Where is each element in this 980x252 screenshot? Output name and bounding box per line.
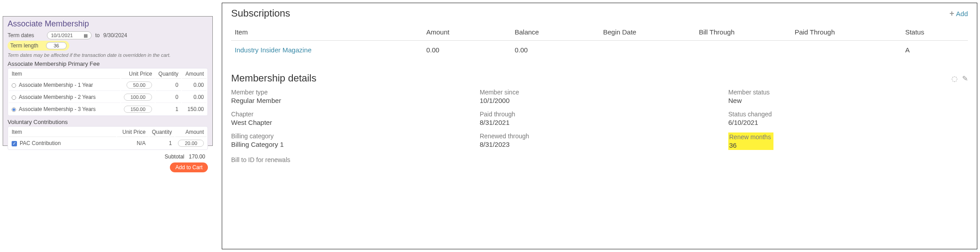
- fee-item-label: Associate Membership - 1 Year: [19, 82, 93, 88]
- subtotal-value: 170.00: [189, 154, 205, 160]
- primary-fee-label: Associate Membership Primary Fee: [8, 60, 208, 67]
- fee-unit-price-input[interactable]: 150.00: [124, 106, 152, 113]
- term-length-input[interactable]: 36: [46, 42, 67, 49]
- fee-col-unit-price: Unit Price: [121, 69, 155, 79]
- add-subscription-link[interactable]: + Add: [950, 9, 968, 18]
- subscription-row: Industry Insider Magazine 0.00 0.00 A: [231, 41, 968, 60]
- renew-months-value: 36: [729, 141, 771, 149]
- fee-radio[interactable]: [12, 95, 16, 100]
- edit-icon[interactable]: [962, 74, 968, 83]
- panel-title: Associate Membership: [8, 19, 208, 29]
- right-panel: Subscriptions + Add Item Amount Balance …: [222, 3, 977, 249]
- fee-amount: 150.00: [182, 104, 207, 115]
- vc-row: ✓PAC Contribution N/A 1 20.00: [9, 138, 207, 149]
- member-status-label: Member status: [728, 89, 968, 96]
- vc-amount-input[interactable]: 20.00: [178, 140, 204, 147]
- term-dates-row: Term dates 10/1/2021 ▦ to 9/30/2024: [8, 31, 208, 39]
- member-since-field: Member since 10/1/2000: [480, 89, 719, 104]
- vc-col-amount: Amount: [175, 128, 207, 137]
- member-type-value: Regular Member: [231, 97, 471, 104]
- vc-table: Item Unit Price Quantity Amount ✓PAC Con…: [8, 126, 208, 150]
- vc-checkbox[interactable]: ✓: [12, 141, 17, 146]
- sub-col-amount: Amount: [422, 24, 511, 41]
- fee-qty: 0: [156, 80, 181, 91]
- fee-amount: 0.00: [182, 80, 207, 91]
- plus-icon: +: [950, 9, 955, 18]
- sub-col-bill: Bill Through: [695, 24, 791, 41]
- status-changed-label: Status changed: [728, 111, 968, 118]
- member-since-value: 10/1/2000: [480, 97, 719, 104]
- term-note: Term dates may be affected if the transa…: [8, 52, 208, 58]
- subscription-item-link[interactable]: Industry Insider Magazine: [235, 46, 312, 54]
- subscriptions-title: Subscriptions: [231, 8, 290, 19]
- sub-col-balance: Balance: [511, 24, 600, 41]
- term-length-highlight: Term length 36: [8, 41, 69, 51]
- subscriptions-table: Item Amount Balance Begin Date Bill Thro…: [231, 24, 968, 59]
- vc-unit-price: N/A: [117, 138, 148, 149]
- sub-col-item: Item: [231, 24, 422, 41]
- membership-details-title: Membership details: [231, 73, 317, 84]
- renew-months-highlight: Renew months 36: [728, 132, 773, 150]
- billing-category-value: Billing Category 1: [231, 141, 471, 148]
- billing-category-label: Billing category: [231, 132, 471, 140]
- subscription-balance: 0.00: [511, 41, 600, 60]
- chapter-value: West Chapter: [231, 119, 471, 126]
- subtotal-row: Subtotal 170.00: [8, 154, 208, 160]
- vc-col-unit-price: Unit Price: [117, 128, 148, 137]
- term-dates-label: Term dates: [8, 32, 43, 38]
- add-label: Add: [956, 10, 968, 17]
- fee-unit-price-input[interactable]: 100.00: [124, 94, 152, 101]
- member-type-label: Member type: [231, 89, 471, 96]
- sub-col-begin: Begin Date: [600, 24, 695, 41]
- fee-item-label: Associate Membership - 2 Years: [19, 94, 96, 100]
- term-length-row: Term length 36: [8, 41, 208, 51]
- bill-to-id-label: Bill to ID for renewals: [231, 156, 471, 163]
- member-status-field: Member status New: [728, 89, 968, 104]
- subtotal-label: Subtotal: [165, 154, 184, 160]
- fee-qty: 0: [156, 92, 181, 103]
- fee-col-amount: Amount: [182, 69, 207, 79]
- bill-to-id-field: Bill to ID for renewals: [231, 156, 471, 164]
- fee-col-quantity: Quantity: [156, 69, 181, 79]
- term-length-label: Term length: [10, 43, 42, 49]
- fee-row: Associate Membership - 2 Years 100.00 0 …: [9, 92, 207, 103]
- term-start-value: 10/1/2021: [51, 33, 73, 38]
- renewed-through-field: Renewed through 8/31/2023: [480, 132, 719, 150]
- renew-months-field: Renew months 36: [728, 132, 968, 150]
- status-changed-value: 6/10/2021: [728, 119, 968, 126]
- paid-through-value: 8/31/2021: [480, 119, 719, 126]
- fee-row: Associate Membership - 3 Years 150.00 1 …: [9, 104, 207, 115]
- fee-qty: 1: [156, 104, 181, 115]
- term-to-word: to: [95, 32, 100, 38]
- membership-details-grid: Member type Regular Member Member since …: [231, 89, 968, 164]
- refresh-icon[interactable]: [951, 74, 958, 83]
- member-since-label: Member since: [480, 89, 719, 96]
- add-to-cart-button[interactable]: Add to Cart: [170, 162, 208, 172]
- subscription-amount: 0.00: [422, 41, 511, 60]
- member-type-field: Member type Regular Member: [231, 89, 471, 104]
- fee-unit-price-input[interactable]: 50.00: [127, 81, 152, 89]
- fee-radio[interactable]: [12, 83, 16, 88]
- fee-item-label: Associate Membership - 3 Years: [19, 106, 96, 112]
- fee-radio[interactable]: [12, 107, 16, 112]
- subscription-status: A: [902, 41, 968, 60]
- member-status-value: New: [728, 97, 968, 104]
- vc-qty: 1: [149, 138, 175, 149]
- vc-item-label: PAC Contribution: [20, 140, 61, 146]
- term-start-input[interactable]: 10/1/2021 ▦: [47, 31, 92, 39]
- subscription-paid: [791, 41, 901, 60]
- sub-col-status: Status: [902, 24, 968, 41]
- subscription-begin: [600, 41, 695, 60]
- chapter-label: Chapter: [231, 111, 471, 118]
- fee-table: Item Unit Price Quantity Amount Associat…: [8, 68, 208, 116]
- vc-col-item: Item: [9, 128, 116, 137]
- chapter-field: Chapter West Chapter: [231, 111, 471, 126]
- vc-col-quantity: Quantity: [149, 128, 175, 137]
- renew-months-label: Renew months: [729, 133, 771, 141]
- fee-row: Associate Membership - 1 Year 50.00 0 0.…: [9, 80, 207, 91]
- subscriptions-header: Subscriptions + Add: [231, 8, 968, 19]
- sub-col-paid: Paid Through: [791, 24, 901, 41]
- calendar-icon[interactable]: ▦: [84, 33, 88, 38]
- subscription-bill: [695, 41, 791, 60]
- voluntary-contributions-label: Voluntary Contributions: [8, 119, 208, 125]
